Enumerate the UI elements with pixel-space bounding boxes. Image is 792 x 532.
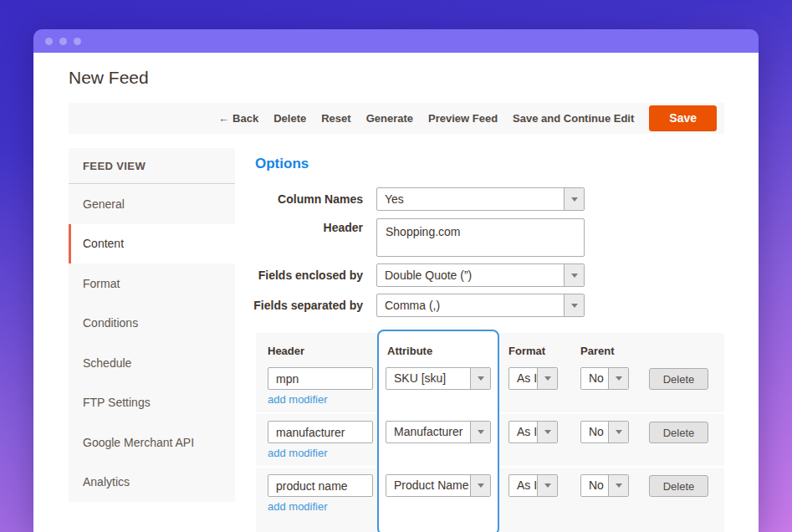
column-names-select[interactable]: Yes: [376, 187, 585, 211]
sidebar-item-general[interactable]: General: [69, 184, 235, 224]
header-textarea[interactable]: Shopping.com: [376, 218, 585, 257]
add-modifier-link[interactable]: add modifier: [268, 447, 328, 459]
sidebar-item-conditions[interactable]: Conditions: [69, 304, 235, 344]
window-titlebar: [33, 29, 759, 53]
page-title: New Feed: [69, 68, 149, 88]
sidebar-item-content[interactable]: Content: [69, 224, 235, 264]
chevron-down-icon[interactable]: [564, 188, 584, 210]
format-select[interactable]: As Is: [508, 474, 558, 497]
format-select[interactable]: As Is: [508, 367, 558, 390]
sidebar-item-analytics[interactable]: Analytics: [69, 463, 235, 503]
add-modifier-link[interactable]: add modifier: [268, 500, 328, 513]
save-button[interactable]: Save: [649, 105, 717, 131]
window-dot: [45, 38, 53, 45]
table-row: Product Name As Is No Delete: [256, 474, 724, 498]
sidebar-item-schedule[interactable]: Schedule: [69, 343, 235, 383]
header-input[interactable]: [268, 367, 373, 390]
sidebar-item-format[interactable]: Format: [69, 263, 235, 304]
chevron-down-icon[interactable]: [608, 422, 628, 442]
back-arrow-icon: ←: [218, 112, 229, 125]
attribute-select[interactable]: SKU [sku]: [386, 367, 491, 390]
fields-enclosed-value: Double Quote (”): [377, 264, 564, 286]
fields-separated-label: Fields separated by: [221, 294, 363, 317]
preview-feed-button[interactable]: Preview Feed: [428, 112, 498, 125]
reset-button[interactable]: Reset: [321, 112, 350, 125]
column-names-label: Column Names: [221, 187, 363, 211]
table-row: Manufacturer As Is No Delete: [256, 421, 724, 444]
parent-select[interactable]: No: [580, 474, 629, 497]
add-modifier-link[interactable]: add modifier: [268, 393, 328, 406]
generate-button[interactable]: Generate: [366, 112, 413, 125]
toolbar: ←Back Delete Reset Generate Preview Feed…: [69, 103, 724, 134]
window-dot: [74, 38, 81, 45]
delete-button[interactable]: Delete: [273, 112, 306, 125]
fields-enclosed-select[interactable]: Double Quote (”): [376, 263, 585, 287]
sidebar-item-google-merchant-api[interactable]: Google Merchant API: [69, 422, 235, 463]
sidebar: FEED VIEW General Content Format Conditi…: [69, 148, 235, 502]
chevron-down-icon[interactable]: [537, 475, 557, 496]
chevron-down-icon[interactable]: [608, 368, 628, 389]
header-input[interactable]: [268, 421, 373, 443]
header-input[interactable]: [268, 474, 373, 497]
window-dot: [59, 38, 67, 45]
column-header-format: Format: [508, 345, 545, 357]
delete-row-button[interactable]: Delete: [649, 475, 708, 497]
chevron-down-icon[interactable]: [608, 475, 628, 496]
options-heading: Options: [255, 156, 309, 172]
format-select[interactable]: As Is: [508, 421, 558, 443]
delete-row-button[interactable]: Delete: [649, 422, 708, 443]
column-names-value: Yes: [377, 188, 564, 210]
column-header-parent: Parent: [580, 345, 614, 357]
chevron-down-icon[interactable]: [470, 422, 490, 442]
delete-row-button[interactable]: Delete: [649, 368, 708, 390]
fields-separated-value: Comma (,): [377, 294, 564, 316]
chevron-down-icon[interactable]: [537, 368, 557, 389]
attribute-select[interactable]: Product Name: [386, 474, 491, 497]
fields-separated-select[interactable]: Comma (,): [376, 294, 585, 317]
chevron-down-icon[interactable]: [470, 475, 490, 496]
back-button[interactable]: ←Back: [218, 112, 258, 125]
header-label: Header: [221, 221, 363, 234]
save-and-continue-button[interactable]: Save and Continue Edit: [513, 112, 634, 125]
chevron-down-icon[interactable]: [470, 368, 490, 389]
chevron-down-icon[interactable]: [564, 264, 584, 286]
chevron-down-icon[interactable]: [564, 294, 584, 316]
column-header-attribute: Attribute: [387, 345, 432, 357]
table-row: SKU [sku] As Is No Delete: [256, 367, 724, 391]
column-header-header: Header: [268, 345, 304, 357]
parent-select[interactable]: No: [580, 421, 629, 443]
app-window: New Feed ←Back Delete Reset Generate Pre…: [33, 29, 759, 532]
chevron-down-icon[interactable]: [537, 422, 557, 442]
fields-enclosed-label: Fields enclosed by: [221, 263, 363, 287]
sidebar-header: FEED VIEW: [69, 148, 235, 184]
field-mapping-table: Header Attribute Format Parent SKU [sku]…: [256, 333, 724, 532]
window-body: New Feed ←Back Delete Reset Generate Pre…: [33, 53, 759, 532]
attribute-select[interactable]: Manufacturer: [386, 421, 491, 443]
parent-select[interactable]: No: [580, 367, 629, 390]
sidebar-item-ftp-settings[interactable]: FTP Settings: [69, 383, 235, 423]
